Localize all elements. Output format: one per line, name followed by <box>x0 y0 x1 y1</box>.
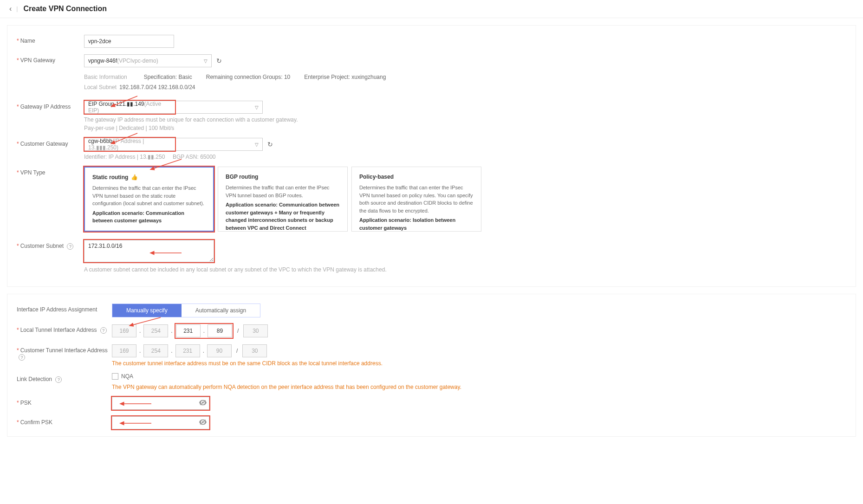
header-divider: | <box>16 6 18 12</box>
thumbs-up-icon: 👍 <box>131 174 138 181</box>
chevron-down-icon: ▽ <box>204 58 208 64</box>
row-customer-tunnel: *Customer Tunnel Interface Address ? . .… <box>17 344 846 367</box>
local-oct1 <box>112 324 136 337</box>
label-psk: *PSK <box>17 397 112 406</box>
basic-info-label: Basic Information <box>84 74 127 80</box>
card-title: BGP routing <box>226 174 340 180</box>
cust-oct4 <box>207 344 232 357</box>
help-icon[interactable]: ? <box>67 243 73 250</box>
panel-tunnel: Interface IP Address Assignment Manually… <box>7 294 856 437</box>
enterprise-value: Enterprise Project: xuxingzhuang <box>304 74 386 80</box>
card-desc: Determines the traffic that can enter th… <box>359 184 474 214</box>
label-name: *Name <box>17 35 84 44</box>
name-input[interactable] <box>84 35 174 48</box>
row-confirm-psk: *Confirm PSK <box>17 416 846 429</box>
eye-icon[interactable] <box>199 420 207 426</box>
customer-tunnel-warn: The customer tunnel interface address mu… <box>112 360 846 367</box>
row-vpn-type: *VPN Type Static routing👍 Determines the… <box>17 167 846 232</box>
customer-subnet-input[interactable]: 172.31.0.0/16 <box>84 240 214 262</box>
label-iface-assign: Interface IP Address Assignment <box>17 304 112 313</box>
vpn-type-static-card[interactable]: Static routing👍 Determines the traffic t… <box>84 167 214 232</box>
local-subnet-value: 192.168.7.0/24 192.168.0.0/24 <box>119 84 195 90</box>
checkbox-box <box>112 373 118 380</box>
row-vpn-gateway: *VPN Gateway vpngw-846f(VPCIvpc-demo) ▽ … <box>17 54 846 94</box>
row-gateway-ip: *Gateway IP Address EIP Group-121.▮▮.149… <box>17 101 846 131</box>
row-iface-assign: Interface IP Address Assignment Manually… <box>17 304 846 317</box>
label-link-detection: Link Detection ? <box>17 373 112 383</box>
back-icon[interactable]: ‹ <box>9 5 12 13</box>
gateway-ip-pay: Pay-per-use | Dedicated | 100 Mbit/s <box>84 125 846 131</box>
customer-subnet-hint: A customer subnet cannot be included in … <box>84 266 846 273</box>
local-oct3[interactable] <box>176 324 201 337</box>
card-scenario: Application scenario: Communication betw… <box>92 209 206 225</box>
toggle-auto[interactable]: Automatically assign <box>182 304 260 317</box>
label-customer-gateway: *Customer Gateway <box>17 138 84 147</box>
page-header: ‹ | Create VPN Connection <box>0 0 863 18</box>
cust-oct1 <box>112 344 136 357</box>
row-name: *Name <box>17 35 846 48</box>
cgw-bgp: BGP ASN: 65000 <box>173 154 216 160</box>
card-scenario: Application scenario: Isolation between … <box>359 216 474 232</box>
chevron-down-icon: ▽ <box>255 142 259 147</box>
panel-basic: *Name *VPN Gateway vpngw-846f(VPCIvpc-de… <box>7 25 856 287</box>
nqa-checkbox[interactable]: NQA <box>112 373 133 380</box>
help-icon[interactable]: ? <box>100 327 107 334</box>
vpn-type-bgp-card[interactable]: BGP routing Determines the traffic that … <box>218 167 348 232</box>
cust-mask <box>242 344 267 357</box>
card-desc: Determines the traffic that can enter th… <box>226 184 340 199</box>
card-scenario: Application scenario: Communication betw… <box>226 201 340 232</box>
local-oct4[interactable] <box>208 324 232 337</box>
nqa-label: NQA <box>121 373 133 380</box>
cgw-identifier: Identifier: IP Address | 13.▮▮.250 <box>84 154 165 160</box>
label-confirm-psk: *Confirm PSK <box>17 416 112 426</box>
local-mask <box>243 324 268 337</box>
psk-input[interactable] <box>112 397 209 410</box>
label-local-tunnel: *Local Tunnel Interface Address ? <box>17 324 112 334</box>
refresh-icon[interactable]: ↻ <box>267 141 273 148</box>
content: *Name *VPN Gateway vpngw-846f(VPCIvpc-de… <box>0 25 863 453</box>
page-title: Create VPN Connection <box>23 5 107 13</box>
vpn-gateway-select[interactable]: vpngw-846f(VPCIvpc-demo) ▽ <box>84 54 212 67</box>
label-customer-tunnel: *Customer Tunnel Interface Address ? <box>17 344 112 361</box>
label-vpn-gateway: *VPN Gateway <box>17 54 84 64</box>
customer-gateway-select[interactable]: cgw-b6bb(IP Address | 13.▮▮▮.250) ▽ <box>84 138 263 151</box>
local-subnet-label: Local Subnet <box>84 84 117 90</box>
card-title: Policy-based <box>359 174 474 180</box>
card-desc: Determines the traffic that can enter th… <box>92 184 206 207</box>
remaining-value: Remaining connection Groups: 10 <box>206 74 290 80</box>
chevron-down-icon: ▽ <box>255 105 259 110</box>
toggle-manual[interactable]: Manually specify <box>112 304 182 317</box>
row-customer-subnet: *Customer Subnet ? 172.31.0.0/16 A custo… <box>17 240 846 273</box>
iface-assign-toggle: Manually specify Automatically assign <box>112 304 260 317</box>
eye-icon[interactable] <box>199 400 207 407</box>
vpn-type-policy-card[interactable]: Policy-based Determines the traffic that… <box>351 167 481 232</box>
local-oct2 <box>143 324 168 337</box>
label-gateway-ip: *Gateway IP Address <box>17 101 84 110</box>
link-detection-warn: The VPN gateway can automatically perfor… <box>112 384 846 390</box>
label-vpn-type: *VPN Type <box>17 167 84 176</box>
row-link-detection: Link Detection ? NQA The VPN gateway can… <box>17 373 846 390</box>
spec-value: Specification: Basic <box>144 74 192 80</box>
label-customer-subnet: *Customer Subnet ? <box>17 240 84 250</box>
row-customer-gateway: *Customer Gateway cgw-b6bb(IP Address | … <box>17 138 846 160</box>
row-psk: *PSK <box>17 397 846 410</box>
help-icon[interactable]: ? <box>19 354 25 361</box>
help-icon[interactable]: ? <box>55 376 62 383</box>
cust-oct2 <box>143 344 168 357</box>
cust-oct3 <box>175 344 200 357</box>
refresh-icon[interactable]: ↻ <box>216 57 222 65</box>
row-local-tunnel: *Local Tunnel Interface Address ? . . . … <box>17 324 846 338</box>
confirm-psk-input[interactable] <box>112 416 209 429</box>
card-title: Static routing <box>92 174 128 181</box>
gateway-ip-select[interactable]: EIP Group-121.▮▮.149(Active EIP) ▽ <box>84 101 263 114</box>
gateway-ip-hint: The gateway IP address must be unique fo… <box>84 116 846 123</box>
